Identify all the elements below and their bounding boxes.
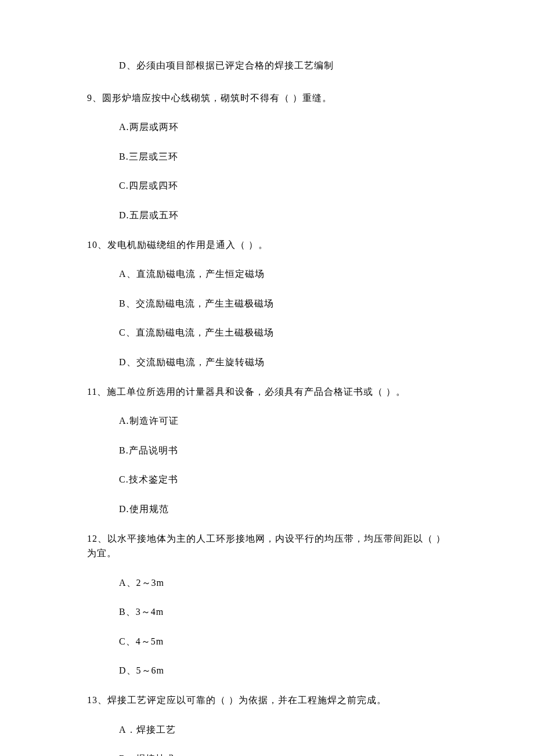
question-12-option-c: C、4～5m xyxy=(119,634,447,649)
question-9-option-b: B.三层或三环 xyxy=(119,149,447,164)
question-9-stem: 9、圆形炉墙应按中心线砌筑，砌筑时不得有（ ）重缝。 xyxy=(87,91,447,106)
question-13-stem: 13、焊接工艺评定应以可靠的（ ）为依据，并在工程施焊之前完成。 xyxy=(87,693,447,708)
question-11-option-d: D.使用规范 xyxy=(119,502,447,517)
question-9-option-d: D.五层或五环 xyxy=(119,208,447,223)
question-10-option-d: D、交流励磁电流，产生旋转磁场 xyxy=(119,355,447,370)
question-13-option-b: B．焊接技术 xyxy=(119,751,447,756)
question-10-option-b: B、交流励磁电流，产生主磁极磁场 xyxy=(119,296,447,311)
question-9-option-a: A.两层或两环 xyxy=(119,120,447,135)
question-12-option-d: D、5～6m xyxy=(119,663,447,678)
question-10-option-c: C、直流励磁电流，产生土磁极磁场 xyxy=(119,325,447,340)
question-11-option-a: A.制造许可证 xyxy=(119,413,447,429)
question-11-option-c: C.技术鉴定书 xyxy=(119,472,447,487)
question-9-option-c: C.四层或四环 xyxy=(119,178,447,193)
previous-question-option-d: D、必须由项目部根据已评定合格的焊接工艺编制 xyxy=(119,58,447,73)
question-12-stem: 12、以水平接地体为主的人工环形接地网，内设平行的均压带，均压带间距以（ ）为宜… xyxy=(87,531,447,561)
question-11-option-b: B.产品说明书 xyxy=(119,443,447,458)
question-13-option-a: A．焊接工艺 xyxy=(119,722,447,737)
question-10-option-a: A、直流励磁电流，产生恒定磁场 xyxy=(119,267,447,282)
question-12-option-b: B、3～4m xyxy=(119,604,447,620)
question-12-option-a: A、2～3m xyxy=(119,575,447,591)
question-11-stem: 11、施工单位所选用的计量器具和设备，必须具有产品合格证书或（ ）。 xyxy=(87,384,447,399)
question-10-stem: 10、发电机励磁绕组的作用是通入（ ）。 xyxy=(87,237,447,253)
